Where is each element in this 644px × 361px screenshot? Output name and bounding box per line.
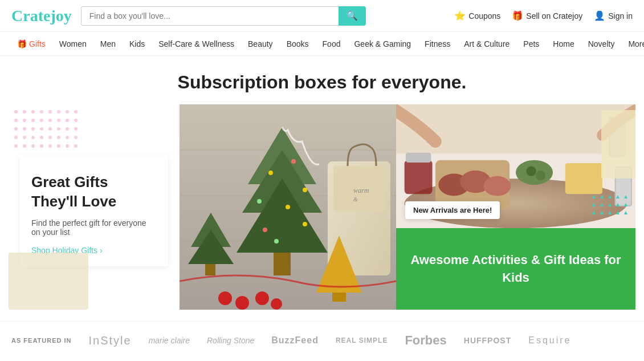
header: Cratejoy 🔍 ⭐ Coupons 🎁 Sell on Cratejoy …	[0, 0, 644, 32]
buzzfeed-logo: BuzzFeed	[271, 335, 319, 346]
logo[interactable]: Cratejoy	[11, 7, 72, 25]
left-heading: Great Gifts They'll Love	[31, 173, 157, 212]
teal-dot	[624, 203, 627, 206]
dot	[31, 119, 35, 122]
dot	[23, 144, 26, 148]
dot	[31, 144, 35, 148]
svg-point-29	[255, 291, 269, 305]
dot	[31, 110, 35, 113]
nav-item-kids[interactable]: Kids	[124, 32, 150, 55]
sell-icon: 🎁	[512, 10, 523, 21]
real-simple-logo: REAL SIMPLE	[336, 336, 388, 344]
dot	[23, 110, 26, 113]
dot	[74, 136, 78, 139]
dot	[57, 136, 60, 139]
dot	[48, 119, 52, 122]
nav-label-beauty: Beauty	[248, 39, 273, 48]
sell-button[interactable]: 🎁 Sell on Cratejoy	[512, 10, 582, 21]
christmas-scene-svg: warm &	[180, 104, 396, 310]
nav-label-kids: Kids	[129, 39, 145, 48]
nav-item-art[interactable]: Art & Culture	[458, 32, 515, 55]
dot	[66, 127, 69, 131]
svg-text:&: &	[353, 196, 358, 202]
nav-label-art: Art & Culture	[464, 39, 510, 48]
svg-rect-47	[405, 160, 433, 194]
nav-item-pets[interactable]: Pets	[517, 32, 545, 55]
sell-label: Sell on Cratejoy	[526, 11, 582, 21]
svg-point-39	[526, 167, 536, 176]
marie-claire-logo: marie claire	[149, 336, 190, 345]
dot	[57, 110, 60, 113]
nav-label-men: Men	[100, 39, 116, 48]
dot	[66, 119, 69, 122]
search-button[interactable]: 🔍	[339, 6, 366, 26]
nav-item-more[interactable]: More ▾	[622, 32, 644, 55]
dot	[14, 136, 18, 139]
svg-point-17	[257, 199, 262, 204]
nav-label-pets: Pets	[523, 39, 539, 48]
featured-bar: AS FEATURED IN InStyle marie claire Roll…	[0, 321, 644, 359]
nav-label-women: Women	[59, 39, 87, 48]
nav-item-fitness[interactable]: Fitness	[419, 32, 456, 55]
dot	[57, 127, 60, 131]
svg-point-27	[218, 291, 232, 305]
dot	[14, 110, 18, 113]
nav-item-beauty[interactable]: Beauty	[242, 32, 279, 55]
nav-item-food[interactable]: Food	[317, 32, 347, 55]
main-grid: Great Gifts They'll Love Find the perfec…	[9, 104, 635, 310]
nav-label-books: Books	[287, 39, 309, 48]
teal-dot	[600, 203, 604, 206]
search-icon: 🔍	[347, 11, 358, 21]
coupons-button[interactable]: ⭐ Coupons	[454, 10, 500, 21]
teal-dot	[592, 195, 596, 198]
nav-item-geek[interactable]: Geek & Gaming	[348, 32, 417, 55]
svg-point-21	[274, 239, 279, 244]
nav-label-more: More	[628, 39, 644, 48]
svg-point-15	[291, 159, 296, 164]
teal-dot	[608, 203, 612, 206]
svg-rect-24	[205, 264, 215, 275]
teal-dot	[608, 195, 612, 198]
header-actions: ⭐ Coupons 🎁 Sell on Cratejoy 👤 Sign in	[454, 10, 633, 21]
nav-item-selfcare[interactable]: Self-Care & Wellness	[153, 32, 240, 55]
right-top-image[interactable]: New Arrivals are Here!	[396, 104, 635, 228]
christmas-tree-image: warm &	[180, 104, 396, 310]
nav-item-men[interactable]: Men	[95, 32, 121, 55]
center-hero-image[interactable]: warm &	[180, 104, 396, 310]
svg-text:warm: warm	[353, 186, 369, 194]
teal-dot	[592, 203, 596, 206]
teal-dot	[616, 195, 619, 198]
search-input[interactable]	[81, 6, 339, 26]
featured-label: AS FEATURED IN	[11, 337, 71, 344]
svg-point-37	[484, 176, 511, 196]
nav-item-gifts[interactable]: 🎁 Gifts	[11, 32, 51, 55]
nav-label-fitness: Fitness	[425, 39, 450, 48]
teal-dot	[608, 211, 612, 214]
nav-item-novelty[interactable]: Novelty	[582, 32, 621, 55]
instyle-logo: InStyle	[88, 334, 131, 347]
svg-point-18	[286, 205, 290, 209]
teal-dot	[600, 195, 604, 198]
nav-item-home[interactable]: Home	[547, 32, 580, 55]
dot	[14, 127, 18, 131]
dot	[48, 110, 52, 113]
left-content-card: Great Gifts They'll Love Find the perfec…	[20, 156, 168, 266]
kids-cta-block[interactable]: Awesome Activities & Gift Ideas for Kids	[396, 228, 635, 310]
nav-label-geek: Geek & Gaming	[354, 39, 411, 48]
dot	[74, 110, 78, 113]
dot	[40, 110, 43, 113]
nav-label-food: Food	[323, 39, 341, 48]
rolling-stone-logo: Rolling Stone	[207, 336, 254, 345]
nav-item-books[interactable]: Books	[281, 32, 315, 55]
hero-title: Subscription boxes for everyone.	[0, 56, 644, 104]
dot	[14, 119, 18, 122]
svg-rect-41	[565, 163, 602, 194]
signin-button[interactable]: 👤 Sign in	[594, 10, 633, 21]
nav-item-women[interactable]: Women	[54, 32, 92, 55]
svg-rect-48	[406, 153, 431, 163]
dot	[23, 136, 26, 139]
dot	[31, 136, 35, 139]
teal-triangle-dots	[592, 195, 630, 217]
teal-dot	[624, 211, 627, 214]
search-wrapper: 🔍	[81, 6, 366, 26]
